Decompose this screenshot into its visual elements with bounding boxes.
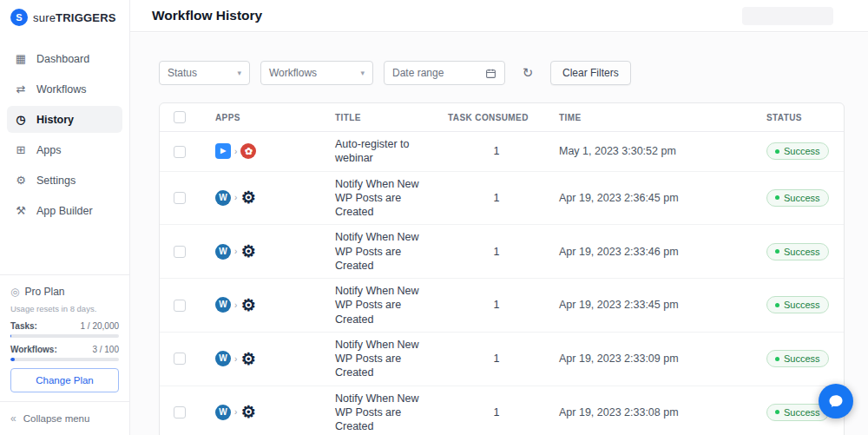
tasks-progress xyxy=(10,334,119,338)
time-value: Apr 19, 2023 2:33:09 pm xyxy=(552,332,760,386)
sidebar-item-history[interactable]: ◷History xyxy=(7,106,122,133)
row-checkbox[interactable] xyxy=(174,192,186,204)
status-label: Success xyxy=(784,193,820,203)
workflow-title[interactable]: Auto-register to webinar xyxy=(328,132,441,172)
page-title: Workflow History xyxy=(152,8,262,23)
status-dot-icon xyxy=(775,357,779,361)
workflow-title[interactable]: Notify When New WP Posts are Created xyxy=(328,279,441,333)
suretriggers-icon: ⚙ xyxy=(240,244,256,260)
chevron-right-icon: › xyxy=(234,354,237,364)
workflows-filter-value: Workflows xyxy=(269,67,317,79)
status-dot-icon xyxy=(775,410,779,414)
history-icon: ◷ xyxy=(14,113,28,126)
tasks-progress-fill xyxy=(10,334,11,338)
sidebar-item-workflows[interactable]: ⇄Workflows xyxy=(7,76,122,102)
brand-name: sureTRIGGERS xyxy=(33,11,116,24)
apps-icon: ⊞ xyxy=(14,143,28,156)
sidebar-item-dashboard[interactable]: ▦Dashboard xyxy=(7,45,122,72)
collapse-menu-button[interactable]: « Collapse menu xyxy=(0,401,129,435)
workflows-label: Workflows: xyxy=(10,345,57,354)
settings-icon: ⚙ xyxy=(14,174,28,187)
wordpress-icon: W xyxy=(215,351,231,366)
sidebar-item-settings[interactable]: ⚙Settings xyxy=(7,167,122,194)
apps-cell: W›⚙ xyxy=(215,351,321,366)
table-row: W›⚙Notify When New WP Posts are Created1… xyxy=(160,332,844,386)
date-range-placeholder: Date range xyxy=(392,67,444,79)
wordpress-icon: W xyxy=(215,297,231,313)
history-table: APPSTITLETASK CONSUMEDTIMESTATUS ▶›✿Auto… xyxy=(160,103,844,435)
table-row: W›⚙Notify When New WP Posts are Created1… xyxy=(160,386,844,435)
status-label: Success xyxy=(784,300,820,310)
calendar-icon xyxy=(485,68,496,79)
column-header: TITLE xyxy=(328,103,441,132)
date-range-input[interactable]: Date range xyxy=(384,61,505,85)
column-header: APPS xyxy=(208,103,328,132)
main-area: Workflow History Status ▾ Workflows ▾ Da… xyxy=(130,0,868,435)
chevron-right-icon: › xyxy=(234,147,237,156)
row-checkbox[interactable] xyxy=(174,300,186,312)
collapse-icon: « xyxy=(10,412,16,425)
time-value: Apr 19, 2023 2:36:45 pm xyxy=(552,171,760,225)
task-consumed-value: 1 xyxy=(441,171,552,225)
collapse-label: Collapse menu xyxy=(23,413,90,424)
workflow-title[interactable]: Notify When New WP Posts are Created xyxy=(328,225,441,279)
status-label: Success xyxy=(784,247,820,257)
task-consumed-value: 1 xyxy=(441,132,552,172)
chevron-right-icon: › xyxy=(234,193,237,202)
task-consumed-value: 1 xyxy=(441,225,552,279)
suretriggers-icon: ⚙ xyxy=(240,351,256,366)
workflow-title[interactable]: Notify When New WP Posts are Created xyxy=(328,171,441,225)
workflows-filter-select[interactable]: Workflows ▾ xyxy=(260,61,373,85)
workflow-title[interactable]: Notify When New WP Posts are Created xyxy=(328,332,441,386)
workflow-title[interactable]: Notify When New WP Posts are Created xyxy=(328,386,441,435)
workflows-icon: ⇄ xyxy=(14,82,28,96)
column-header: TIME xyxy=(552,103,760,132)
header-placeholder xyxy=(742,7,833,25)
table-row: W›⚙Notify When New WP Posts are Created1… xyxy=(160,225,844,279)
table-row: W›⚙Notify When New WP Posts are Created1… xyxy=(160,279,844,333)
refresh-icon[interactable]: ↻ xyxy=(516,61,540,85)
row-checkbox[interactable] xyxy=(174,353,186,365)
suretriggers-logo-icon: S xyxy=(10,9,28,26)
time-value: May 1, 2023 3:30:52 pm xyxy=(552,132,760,172)
help-chat-button[interactable] xyxy=(819,384,853,419)
chevron-right-icon: › xyxy=(234,300,237,310)
select-all-checkbox[interactable] xyxy=(174,111,186,123)
task-consumed-value: 1 xyxy=(441,386,552,435)
row-checkbox[interactable] xyxy=(174,246,186,258)
main-header: Workflow History xyxy=(130,0,868,32)
row-checkbox[interactable] xyxy=(174,146,186,158)
chevron-down-icon: ▾ xyxy=(237,69,241,77)
chevron-right-icon: › xyxy=(234,407,237,417)
status-filter-select[interactable]: Status ▾ xyxy=(159,61,250,85)
row-checkbox[interactable] xyxy=(174,406,186,419)
suretriggers-icon: ⚙ xyxy=(240,405,256,420)
tasks-value: 1 / 20,000 xyxy=(81,321,119,331)
workflows-progress xyxy=(10,358,119,361)
time-value: Apr 19, 2023 2:33:45 pm xyxy=(552,279,760,333)
status-dot-icon xyxy=(775,249,779,254)
apps-cell: W›⚙ xyxy=(215,244,321,260)
workflows-progress-fill xyxy=(10,358,15,361)
status-dot-icon xyxy=(775,195,779,200)
wordpress-icon: W xyxy=(215,244,231,260)
content-area: Status ▾ Workflows ▾ Date range ↻ Clear … xyxy=(130,33,868,435)
filters-bar: Status ▾ Workflows ▾ Date range ↻ Clear … xyxy=(159,61,868,85)
change-plan-button[interactable]: Change Plan xyxy=(10,368,119,392)
column-header: TASK CONSUMED xyxy=(441,103,552,132)
sidebar-item-app-builder[interactable]: ⚒App Builder xyxy=(7,197,122,224)
time-value: Apr 19, 2023 2:33:08 pm xyxy=(552,386,760,435)
sidebar-item-label: App Builder xyxy=(36,205,93,217)
workflows-value: 3 / 100 xyxy=(92,345,119,354)
chat-bubble-icon xyxy=(828,393,844,409)
sidebar-item-apps[interactable]: ⊞Apps xyxy=(7,136,122,163)
apps-cell: W›⚙ xyxy=(215,297,321,313)
brand-logo: S sureTRIGGERS xyxy=(0,0,129,31)
time-value: Apr 19, 2023 2:33:46 pm xyxy=(552,225,760,279)
status-label: Success xyxy=(784,353,820,364)
sidebar: S sureTRIGGERS ▦Dashboard⇄Workflows◷Hist… xyxy=(0,0,130,435)
history-table-body: ▶›✿Auto-register to webinar1May 1, 2023 … xyxy=(160,132,844,435)
clear-filters-button[interactable]: Clear Filters xyxy=(550,61,631,85)
wordpress-icon: W xyxy=(215,405,231,420)
app-builder-icon: ⚒ xyxy=(14,204,28,217)
